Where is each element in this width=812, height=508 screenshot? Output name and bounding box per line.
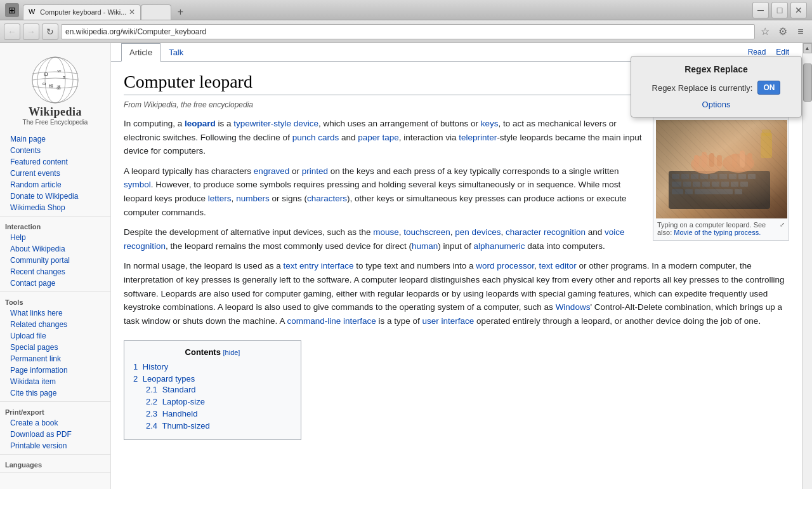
active-tab[interactable]: W Computer keyboard - Wiki... ✕ [23,4,141,20]
svg-rect-17 [719,174,727,179]
svg-rect-16 [710,174,717,179]
back-button[interactable]: ← [4,23,20,40]
para2-link-numbers[interactable]: numbers [236,194,270,203]
contents-list: 1 History 2 Leopard types 2.1 [133,361,292,433]
regex-status-label: Regex Replace is currently: [652,83,753,93]
para4-link-command-line[interactable]: command-line interface [287,316,376,326]
sidebar-item-contact-page[interactable]: Contact page [0,277,110,289]
sidebar-item-donate[interactable]: Donate to Wikipedia [0,190,110,202]
wiki-logo: Ω W π 维 基 ω Wikipedia The Free Encyclope… [0,48,110,131]
para4-link-text-entry[interactable]: text entry interface [283,261,353,271]
para3-link-character-recognition[interactable]: character recognition [506,227,586,237]
maximize-button[interactable]: □ [771,2,788,18]
sidebar-item-create-book[interactable]: Create a book [0,417,110,429]
wiki-name: Wikipedia [29,105,82,119]
svg-rect-10 [656,120,787,218]
sidebar-item-page-information[interactable]: Page information [0,364,110,376]
contents-sublink-2-3[interactable]: 2.3 Handheld [146,409,197,418]
para2-link-symbol[interactable]: symbol [124,180,151,189]
sidebar-item-help[interactable]: Help [0,232,110,243]
sidebar-item-permanent-link[interactable]: Permanent link [0,353,110,364]
scrollbar-thumb[interactable] [803,64,812,102]
sidebar-item-upload-file[interactable]: Upload file [0,330,110,342]
scrollbar-up-button[interactable]: ▲ [803,43,812,53]
contents-sublink-2-1[interactable]: 2.1 Standard [146,385,195,394]
menu-icon[interactable]: ≡ [793,24,808,39]
main-scrollbar[interactable]: ▲ [802,43,812,489]
svg-rect-12 [672,174,679,179]
caption-link[interactable]: Movie of the typing process. [674,229,761,236]
sidebar-item-main-page[interactable]: Main page [0,133,110,145]
settings-icon[interactable]: ⚙ [775,24,790,39]
sidebar-item-special-pages[interactable]: Special pages [0,342,110,353]
sidebar-item-recent-changes[interactable]: Recent changes [0,266,110,277]
para1-link-leopard[interactable]: leopard [185,119,216,128]
para3-link-mouse[interactable]: mouse [373,227,399,237]
regex-popup-title: Regex Replace [641,64,791,74]
svg-rect-39 [732,154,737,168]
para3-link-pen-devices[interactable]: pen devices [455,227,501,237]
para4-link-text-editor[interactable]: text editor [539,261,576,271]
svg-rect-19 [738,174,746,179]
tab-talk[interactable]: Talk [160,43,192,61]
sidebar-item-wikimedia-shop[interactable]: Wikimedia Shop [0,202,110,213]
close-button[interactable]: ✕ [790,2,807,18]
refresh-button[interactable]: ↻ [42,23,58,40]
sidebar-item-related-changes[interactable]: Related changes [0,319,110,330]
expand-image-icon[interactable]: ⤢ [780,221,785,228]
para2-link-printed[interactable]: printed [302,166,328,176]
new-tab-button[interactable]: + [171,4,189,20]
para4-link-word-processor[interactable]: word processor [476,261,534,271]
para1-link-teleprinter[interactable]: teleprinter [459,133,497,142]
sidebar-item-wikidata-item[interactable]: Wikidata item [0,376,110,387]
article-image [656,120,787,218]
sidebar-item-community-portal[interactable]: Community portal [0,255,110,266]
para2-link-characters[interactable]: characters [307,194,347,203]
bookmark-icon[interactable]: ☆ [757,24,773,39]
sidebar-item-printable-version[interactable]: Printable version [0,440,110,451]
regex-replace-popup: Regex Replace Regex Replace is currently… [631,56,802,117]
svg-rect-26 [721,182,729,187]
sidebar-printexport-title: Print/export [0,406,110,417]
sidebar-item-what-links-here[interactable]: What links here [0,307,110,319]
contents-hide-button[interactable]: [hide] [223,349,240,356]
sidebar-item-download-pdf[interactable]: Download as PDF [0,429,110,440]
regex-toggle-button[interactable]: ON [757,81,780,95]
svg-rect-24 [702,182,710,187]
svg-rect-25 [712,182,719,187]
sidebar-item-current-events[interactable]: Current events [0,168,110,179]
regex-options-link[interactable]: Options [702,100,731,109]
address-bar[interactable]: en.wikipedia.org/wiki/Computer_keyboard [61,24,755,39]
contents-title: Contents [hide] [133,347,292,357]
sidebar-item-contents[interactable]: Contents [0,145,110,156]
sidebar-item-cite-this-page[interactable]: Cite this page [0,387,110,399]
para3-link-human[interactable]: human [412,241,438,251]
para1-link-punch-cards[interactable]: punch cards [292,133,339,142]
forward-button[interactable]: → [23,23,39,40]
sidebar-item-random-article[interactable]: Random article [0,179,110,190]
contents-link-1[interactable]: 1 History [133,362,168,371]
sidebar-item-about-wikipedia[interactable]: About Wikipedia [0,243,110,255]
contents-link-2[interactable]: 2 Leopard types [133,374,195,384]
sidebar-nav-section: Main page Contents Featured content Curr… [0,131,110,217]
para2-link-engraved[interactable]: engraved [254,166,289,176]
para1-link-paper-tape[interactable]: paper tape [358,133,399,142]
para3-link-touchscreen[interactable]: touchscreen [403,227,450,237]
wiki-tagline: The Free Encyclopedia [23,119,88,126]
contents-sublink-2-4[interactable]: 2.4 Thumb-sized [146,421,210,431]
para3-link-alphanumeric[interactable]: alphanumeric [474,241,525,251]
para2-link-letters[interactable]: letters [208,194,232,203]
svg-rect-28 [740,182,748,187]
para4-link-user-interface[interactable]: user interface [422,316,475,326]
svg-rect-18 [729,174,737,179]
tab-article[interactable]: Article [121,43,160,62]
minimize-button[interactable]: ─ [752,2,769,18]
para1-link-keys[interactable]: keys [481,119,499,128]
svg-rect-20 [748,174,756,179]
tab-close-button[interactable]: ✕ [129,8,135,17]
svg-rect-22 [683,182,691,187]
contents-sublink-2-2[interactable]: 2.2 Laptop-size [146,397,205,406]
para4-link-windows[interactable]: Windows [556,302,591,312]
sidebar-item-featured-content[interactable]: Featured content [0,156,110,168]
para1-link-typewriter[interactable]: typewriter-style device [233,119,318,128]
